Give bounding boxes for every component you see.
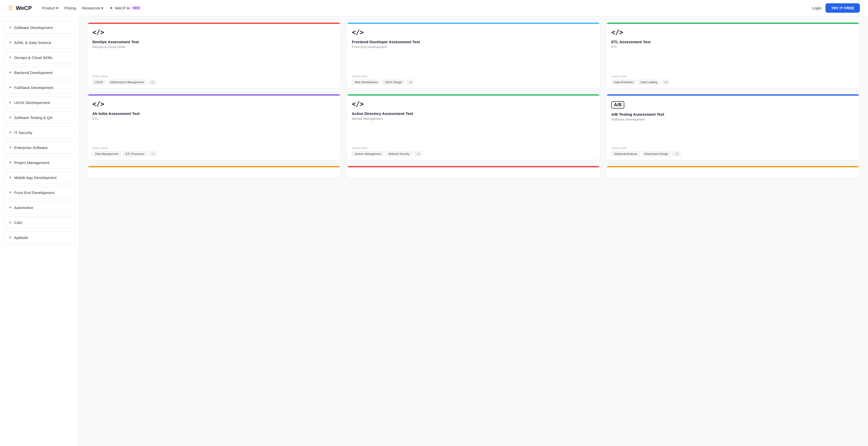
plus-icon: + — [9, 70, 12, 75]
code-icon: </> — [611, 29, 855, 36]
card-title: Frontend Developer Assessment Test — [352, 40, 595, 44]
sidebar-item-testing[interactable]: + Software Testing & QA — [4, 112, 74, 124]
card-border — [87, 166, 341, 167]
sidebar-item-aiml[interactable]: + AI/ML & Data Science — [4, 36, 74, 49]
skill-tag: CI/CD — [92, 79, 105, 85]
card-body: </> Frontend Developer Assessment Test F… — [347, 24, 600, 88]
skills-list: Web Development UI/UX Design +6 — [352, 79, 595, 85]
skill-tag: Infrastructure Management — [107, 79, 147, 85]
card-partial-3[interactable] — [606, 166, 860, 179]
card-title: Ab Initio Assessment Test — [92, 112, 336, 116]
card-border — [606, 166, 860, 167]
sidebar: + Software Development + AI/ML & Data Sc… — [0, 16, 79, 446]
skills-section: Tested Skills Data Management ETL Proces… — [92, 147, 336, 156]
nav-product[interactable]: Product ▾ — [42, 6, 58, 10]
card-subtitle: Software Development — [611, 118, 855, 121]
skills-label: Tested Skills — [611, 75, 855, 78]
card-etl[interactable]: </> ETL Assessment Test ETL Tested Skill… — [606, 22, 860, 89]
card-title: Active Directory Assessment Test — [352, 112, 595, 116]
card-border — [347, 166, 600, 167]
card-title: DevOps Assessment Test — [92, 40, 336, 44]
skill-tag: Network Security — [386, 151, 412, 156]
ab-icon: A/B — [611, 100, 855, 108]
sidebar-item-mobile[interactable]: + Mobile App Development — [4, 171, 74, 184]
card-subtitle: ETL — [92, 117, 336, 121]
plus-icon: + — [9, 55, 12, 60]
card-devops[interactable]: </> DevOps Assessment Test Devops & Clou… — [87, 22, 341, 89]
card-title: A/B Testing Assessment Test — [611, 112, 855, 117]
plus-icon: + — [9, 130, 12, 135]
plus-icon: + — [9, 220, 12, 225]
sidebar-item-frontend[interactable]: + Front End Development — [4, 186, 74, 199]
card-subtitle: Front End Development — [352, 45, 595, 49]
sidebar-item-fullstack[interactable]: + FullStack Development — [4, 82, 74, 94]
try-free-button[interactable]: TRY IT FREE — [826, 3, 860, 13]
cards-grid: </> DevOps Assessment Test Devops & Clou… — [87, 22, 860, 179]
card-title: ETL Assessment Test — [611, 40, 855, 44]
skill-more: +5 — [149, 151, 157, 156]
skills-label: Tested Skills — [352, 147, 595, 150]
skill-more: +3 — [414, 151, 422, 156]
skills-label: Tested Skills — [92, 75, 336, 78]
nav-resources[interactable]: Resources ▾ — [82, 6, 103, 10]
new-badge: NEW — [132, 6, 141, 10]
nav-ai[interactable]: ✦ WeCP AI NEW — [110, 5, 141, 11]
card-partial-1[interactable] — [87, 166, 341, 179]
sidebar-item-devops[interactable]: + Devops & Cloud SKills — [4, 51, 74, 64]
card-body: </> Active Directory Assessment Test Ide… — [347, 96, 600, 160]
plus-icon: + — [9, 25, 12, 30]
nav-right: Login TRY IT FREE — [812, 3, 860, 13]
logo-text: WeCP — [16, 5, 32, 11]
skills-list: CI/CD Infrastructure Management +4 — [92, 79, 336, 85]
skill-more: +4 — [148, 79, 156, 85]
skills-list: Statistical Analysis Experiment Design +… — [611, 151, 855, 156]
sidebar-item-software-development[interactable]: + Software Development — [4, 21, 74, 34]
card-body: </> ETL Assessment Test ETL Tested Skill… — [606, 24, 860, 88]
skills-section: Tested Skills System Management Network … — [352, 147, 595, 156]
skill-tag: ETL Processes — [123, 151, 147, 156]
sidebar-item-security[interactable]: + IT Security — [4, 126, 74, 139]
card-subtitle: Identity Management — [352, 117, 595, 121]
skill-tag: Data Loading — [638, 79, 660, 85]
skills-section: Tested Skills Web Development UI/UX Desi… — [352, 75, 595, 85]
skills-label: Tested Skills — [611, 147, 855, 150]
page-wrapper: + Software Development + AI/ML & Data Sc… — [0, 0, 868, 446]
card-subtitle: Devops & Cloud SKills — [92, 45, 336, 49]
login-button[interactable]: Login — [812, 6, 822, 10]
code-icon: </> — [92, 29, 336, 36]
skills-list: System Management Network Security +3 — [352, 151, 595, 156]
sidebar-item-automotive[interactable]: + Automotive — [4, 201, 74, 214]
skills-list: Data Management ETL Processes +5 — [92, 151, 336, 156]
plus-icon: + — [9, 175, 12, 180]
plus-icon: + — [9, 100, 12, 105]
card-ab-testing[interactable]: A/B A/B Testing Assessment Test Software… — [606, 94, 860, 160]
skill-tag: Data Extraction — [611, 79, 636, 85]
sidebar-item-backend[interactable]: + Backend Development — [4, 66, 74, 79]
sidebar-item-aptitude[interactable]: + Aptitude — [4, 231, 74, 244]
logo-link[interactable]: ☰ WeCP — [8, 5, 32, 11]
plus-icon: + — [9, 115, 12, 120]
sidebar-item-uiux[interactable]: + UI/UX Developement — [4, 96, 74, 109]
skill-tag: UI/UX Design — [382, 79, 405, 85]
nav-pricing[interactable]: Pricing — [64, 6, 76, 10]
plus-icon: + — [9, 235, 12, 240]
sidebar-item-cad[interactable]: + CAD — [4, 216, 74, 229]
code-icon: </> — [92, 100, 336, 108]
skill-tag: System Management — [352, 151, 384, 156]
sidebar-item-project-management[interactable]: + Project Management — [4, 156, 74, 169]
logo-icon: ☰ — [8, 5, 13, 11]
card-subtitle: ETL — [611, 45, 855, 49]
skills-section: Tested Skills Data Extraction Data Loadi… — [611, 75, 855, 85]
main-content: </> DevOps Assessment Test Devops & Clou… — [79, 16, 868, 446]
skills-section: Tested Skills Statistical Analysis Exper… — [611, 147, 855, 156]
card-ab-initio[interactable]: </> Ab Initio Assessment Test ETL Tested… — [87, 94, 341, 160]
nav-links: Product ▾ Pricing Resources ▾ ✦ WeCP AI … — [42, 5, 141, 11]
code-icon: </> — [352, 100, 595, 108]
sidebar-item-enterprise[interactable]: + Enterprise Software — [4, 141, 74, 154]
skill-more: +3 — [673, 151, 681, 156]
card-partial-2[interactable] — [346, 166, 600, 179]
card-active-directory[interactable]: </> Active Directory Assessment Test Ide… — [346, 94, 600, 160]
skill-tag: Web Development — [352, 79, 380, 85]
card-frontend-dev[interactable]: </> Frontend Developer Assessment Test F… — [346, 22, 600, 89]
plus-icon: + — [9, 190, 12, 195]
